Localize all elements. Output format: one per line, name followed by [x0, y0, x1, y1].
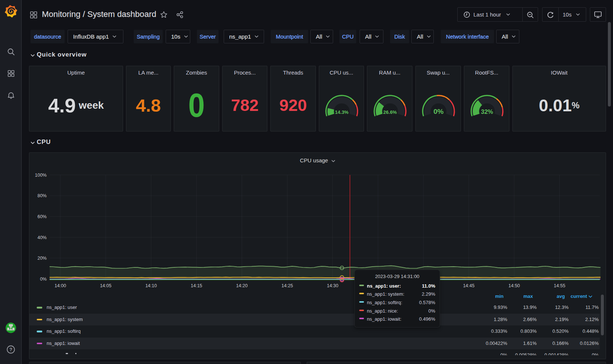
svg-text:32%: 32%: [481, 108, 493, 115]
svg-text:80%: 80%: [37, 193, 47, 198]
svg-text:14:30: 14:30: [327, 283, 338, 288]
svg-text:14:00: 14:00: [55, 283, 66, 288]
svg-text:14:50: 14:50: [508, 283, 520, 288]
svg-text:14:45: 14:45: [463, 283, 475, 288]
svg-text:14.3%: 14.3%: [335, 109, 349, 115]
svg-text:40%: 40%: [37, 235, 47, 240]
svg-text:14:55: 14:55: [554, 283, 565, 288]
svg-text:14:15: 14:15: [191, 283, 202, 288]
svg-text:0%: 0%: [40, 277, 47, 282]
svg-text:14:20: 14:20: [236, 283, 248, 288]
svg-text:14:10: 14:10: [145, 283, 157, 288]
svg-text:14:25: 14:25: [281, 283, 293, 288]
svg-text:60%: 60%: [37, 214, 47, 219]
svg-text:26.6%: 26.6%: [383, 109, 397, 115]
svg-text:20%: 20%: [37, 256, 47, 261]
svg-text:100%: 100%: [35, 173, 47, 178]
svg-text:0%: 0%: [433, 108, 444, 115]
svg-text:?: ?: [10, 347, 12, 352]
svg-text:14:05: 14:05: [100, 283, 111, 288]
